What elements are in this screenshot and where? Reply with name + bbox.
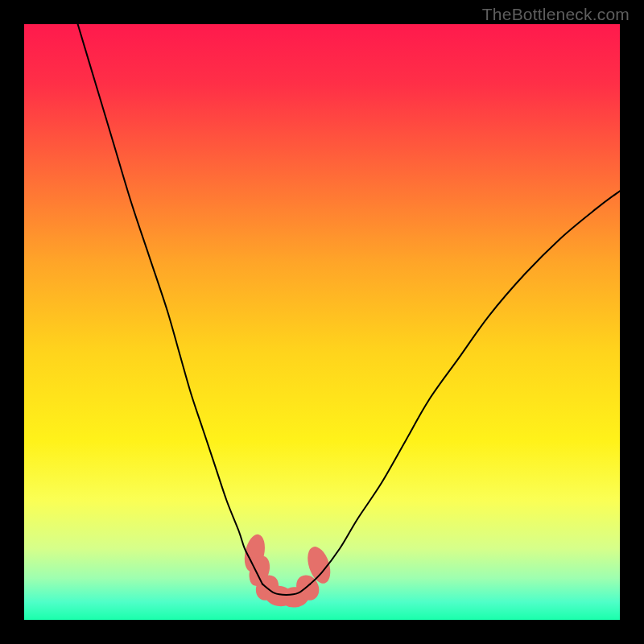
bottleneck-chart <box>24 24 620 620</box>
gradient-background <box>24 24 620 620</box>
chart-frame: TheBottleneck.com <box>0 0 644 644</box>
watermark-text: TheBottleneck.com <box>482 5 630 24</box>
